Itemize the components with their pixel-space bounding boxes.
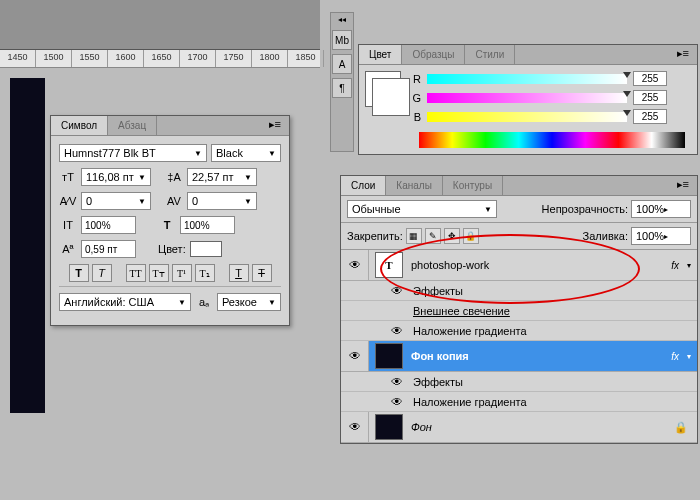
tab-styles[interactable]: Стили — [465, 45, 515, 64]
tracking-value: 0 — [192, 195, 198, 207]
ruler-tick: 1650 — [144, 50, 180, 67]
text-layer-thumb: T — [375, 252, 403, 278]
blend-mode-dropdown[interactable]: Обычные▼ — [347, 200, 497, 218]
ruler-tick: 1700 — [180, 50, 216, 67]
leading-value: 22,57 пт — [192, 171, 234, 183]
tracking-input[interactable]: 0▼ — [187, 192, 257, 210]
layer-row[interactable]: 👁 T photoshop-work fx ▾ — [341, 250, 697, 281]
effect-gradient-overlay[interactable]: 👁Наложение градиента — [341, 392, 697, 412]
leading-icon: ‡A — [165, 168, 183, 186]
g-value[interactable]: 255 — [633, 90, 667, 105]
visibility-icon[interactable]: 👁 — [349, 349, 361, 363]
visibility-icon[interactable]: 👁 — [349, 258, 361, 272]
collapsed-toolbar: ◂◂ Mb A ¶ — [330, 12, 354, 152]
tab-color[interactable]: Цвет — [359, 45, 402, 64]
kerning-icon: A⁄V — [59, 192, 77, 210]
r-slider[interactable] — [427, 74, 627, 84]
strikethrough-button[interactable]: T — [252, 264, 272, 282]
effect-outer-glow[interactable]: Внешнее свечение — [341, 301, 697, 321]
layer-name[interactable]: Фон копия — [409, 350, 663, 362]
vscale-input[interactable] — [81, 216, 136, 234]
opacity-input[interactable]: 100%▸ — [631, 200, 691, 218]
spectrum-ramp[interactable] — [419, 132, 685, 148]
tab-character[interactable]: Символ — [51, 116, 108, 135]
ruler-tick: 1550 — [72, 50, 108, 67]
effects-label: Эффекты — [413, 285, 463, 297]
tracking-icon: AV — [165, 192, 183, 210]
fill-value: 100% — [636, 230, 664, 242]
fx-badge[interactable]: fx — [663, 351, 687, 362]
leading-input[interactable]: 22,57 пт▼ — [187, 168, 257, 186]
b-slider[interactable] — [427, 112, 627, 122]
visibility-icon[interactable]: 👁 — [391, 324, 407, 338]
smallcaps-button[interactable]: Tᴛ — [149, 264, 169, 282]
layer-name[interactable]: Фон — [409, 421, 673, 433]
font-size-icon: тT — [59, 168, 77, 186]
subscript-button[interactable]: T₁ — [195, 264, 215, 282]
effects-header: 👁Эффекты — [341, 372, 697, 392]
visibility-icon[interactable]: 👁 — [391, 375, 407, 389]
baseline-input[interactable] — [81, 240, 136, 258]
visibility-icon[interactable]: 👁 — [349, 420, 361, 434]
layer-row[interactable]: 👁 Фон 🔒 — [341, 412, 697, 443]
layer-name[interactable]: photoshop-work — [409, 259, 663, 271]
layer-row[interactable]: 👁 Фон копия fx ▾ — [341, 341, 697, 372]
font-size-input[interactable]: 116,08 пт▼ — [81, 168, 151, 186]
g-slider[interactable] — [427, 93, 627, 103]
text-color-swatch[interactable] — [190, 241, 222, 257]
lock-transparency-icon[interactable]: ▦ — [406, 228, 422, 244]
tab-paragraph[interactable]: Абзац — [108, 116, 157, 135]
font-size-value: 116,08 пт — [86, 171, 134, 183]
foreground-background-swatch[interactable] — [365, 71, 401, 107]
panel-menu-icon[interactable]: ▸≡ — [261, 116, 289, 135]
color-label: Цвет: — [158, 243, 186, 255]
canvas-area[interactable] — [10, 78, 45, 413]
lock-label: Закрепить: — [347, 230, 403, 242]
tab-paths[interactable]: Контуры — [443, 176, 503, 195]
layer-thumb — [375, 343, 403, 369]
mb-icon[interactable]: Mb — [332, 30, 352, 50]
layer-list: 👁 T photoshop-work fx ▾ 👁Эффекты Внешнее… — [341, 250, 697, 443]
collapse-arrows-icon[interactable]: ◂◂ — [331, 13, 353, 26]
visibility-icon[interactable]: 👁 — [391, 395, 407, 409]
fx-badge[interactable]: fx — [663, 260, 687, 271]
antialias-dropdown[interactable]: Резкое▼ — [217, 293, 281, 311]
antialias-value: Резкое — [222, 296, 257, 308]
superscript-button[interactable]: T¹ — [172, 264, 192, 282]
fill-input[interactable]: 100%▸ — [631, 227, 691, 245]
vscale-icon: IT — [59, 216, 77, 234]
baseline-icon: Aª — [59, 240, 77, 258]
hscale-input[interactable] — [180, 216, 235, 234]
kerning-input[interactable]: 0▼ — [81, 192, 151, 210]
italic-button[interactable]: T — [92, 264, 112, 282]
character-icon[interactable]: A — [332, 54, 352, 74]
r-value[interactable]: 255 — [633, 71, 667, 86]
tab-layers[interactable]: Слои — [341, 176, 386, 195]
visibility-icon[interactable]: 👁 — [391, 284, 407, 298]
ruler-tick: 1800 — [252, 50, 288, 67]
ruler-tick: 1600 — [108, 50, 144, 67]
tab-channels[interactable]: Каналы — [386, 176, 443, 195]
allcaps-button[interactable]: TT — [126, 264, 146, 282]
collapse-effects-icon[interactable]: ▾ — [687, 352, 697, 361]
opacity-label: Непрозрачность: — [542, 203, 628, 215]
font-family-dropdown[interactable]: Humnst777 Blk BT▼ — [59, 144, 207, 162]
lock-image-icon[interactable]: ✎ — [425, 228, 441, 244]
b-value[interactable]: 255 — [633, 109, 667, 124]
antialias-icon: aₐ — [195, 293, 213, 311]
tab-swatches[interactable]: Образцы — [402, 45, 465, 64]
font-style-dropdown[interactable]: Black▼ — [211, 144, 281, 162]
opacity-value: 100% — [636, 203, 664, 215]
underline-button[interactable]: T — [229, 264, 249, 282]
ruler: 1450 1500 1550 1600 1650 1700 1750 1800 … — [0, 50, 320, 68]
language-dropdown[interactable]: Английский: США▼ — [59, 293, 191, 311]
lock-position-icon[interactable]: ✥ — [444, 228, 460, 244]
collapse-effects-icon[interactable]: ▾ — [687, 261, 697, 270]
panel-menu-icon[interactable]: ▸≡ — [669, 45, 697, 64]
paragraph-icon[interactable]: ¶ — [332, 78, 352, 98]
language-value: Английский: США — [64, 296, 154, 308]
panel-menu-icon[interactable]: ▸≡ — [669, 176, 697, 195]
bold-button[interactable]: T — [69, 264, 89, 282]
lock-all-icon[interactable]: 🔒 — [463, 228, 479, 244]
effect-gradient-overlay[interactable]: 👁Наложение градиента — [341, 321, 697, 341]
